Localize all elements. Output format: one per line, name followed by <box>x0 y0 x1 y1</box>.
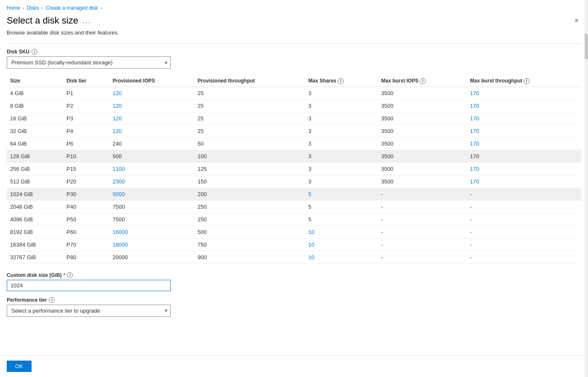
cell-tier: P20 <box>63 175 109 188</box>
cell-size: 16384 GiB <box>7 238 63 251</box>
cell-burst-iops: - <box>378 213 466 226</box>
table-row[interactable]: 16 GiB P3 120 25 3 3500 170 <box>7 112 581 125</box>
panel: Home › Disks › Create a managed disk › S… <box>0 0 588 377</box>
cell-tier: P6 <box>63 137 109 150</box>
custom-disk-size-input[interactable] <box>7 280 171 291</box>
table-row[interactable]: 1024 GiB P30 5000 200 5 - - <box>7 188 581 200</box>
table-row[interactable]: 8192 GiB P60 16000 500 10 - - <box>7 226 581 238</box>
cell-iops: 7500 <box>109 200 194 213</box>
cell-iops: 1100 <box>109 162 194 175</box>
table-row[interactable]: 512 GiB P20 2300 150 3 3500 170 <box>7 175 581 188</box>
table-row[interactable]: 2048 GiB P40 7500 250 5 - - <box>7 200 581 213</box>
cell-tier: P4 <box>63 125 109 137</box>
cell-throughput: 750 <box>194 238 305 251</box>
cell-tier: P2 <box>63 99 109 112</box>
cell-throughput: 25 <box>194 99 305 112</box>
description-text: Browse available disk sizes and their fe… <box>7 29 581 36</box>
cell-max-shares: 3 <box>305 99 378 112</box>
cell-throughput: 150 <box>194 175 305 188</box>
cell-max-shares: 5 <box>305 188 378 200</box>
table-header-row: Size Disk tier Provisioned IOPS Provisio… <box>7 75 581 87</box>
cell-burst-throughput: 170 <box>467 150 581 162</box>
cell-throughput: 500 <box>194 226 305 238</box>
table-row[interactable]: 64 GiB P6 240 50 3 3500 170 <box>7 137 581 150</box>
col-max-burst-throughput: Max burst throughput i <box>467 75 581 87</box>
cell-burst-iops: 3500 <box>378 112 466 125</box>
cell-burst-throughput: 170 <box>467 137 581 150</box>
cell-throughput: 125 <box>194 162 305 175</box>
custom-size-label: Custom disk size (GiB) * i <box>7 272 581 278</box>
table-row[interactable]: 16384 GiB P70 18000 750 10 - - <box>7 238 581 251</box>
breadcrumb-create-disk[interactable]: Create a managed disk <box>46 5 98 11</box>
performance-tier-label: Performance tier i <box>7 297 581 303</box>
cell-burst-iops: - <box>378 200 466 213</box>
table-row[interactable]: 4096 GiB P50 7500 250 5 - - <box>7 213 581 226</box>
performance-tier-info-icon[interactable]: i <box>49 297 55 303</box>
cell-throughput: 250 <box>194 213 305 226</box>
table-row[interactable]: 32767 GiB P80 20000 900 10 - - <box>7 251 581 263</box>
cell-max-shares: 3 <box>305 162 378 175</box>
cell-size: 128 GiB <box>7 150 63 162</box>
close-button[interactable]: × <box>572 15 581 26</box>
cell-size: 64 GiB <box>7 137 63 150</box>
breadcrumb-sep-2: › <box>42 5 43 11</box>
page-title: Select a disk size <box>7 15 78 26</box>
cell-iops: 120 <box>109 87 194 99</box>
cell-burst-throughput: 170 <box>467 112 581 125</box>
scrollbar-track[interactable] <box>585 0 588 377</box>
breadcrumb-disks[interactable]: Disks <box>27 5 39 11</box>
cell-iops: 5000 <box>109 188 194 200</box>
cell-iops: 500 <box>109 150 194 162</box>
scrollbar-thumb[interactable] <box>585 34 588 59</box>
performance-tier-select[interactable]: Select a performance tier to upgrade <box>7 305 171 317</box>
col-size: Size <box>7 75 63 87</box>
cell-burst-throughput: 170 <box>467 162 581 175</box>
table-row[interactable]: 4 GiB P1 120 25 3 3500 170 <box>7 87 581 99</box>
cell-tier: P3 <box>63 112 109 125</box>
cell-size: 1024 GiB <box>7 188 63 200</box>
cell-burst-iops: - <box>378 238 466 251</box>
disk-sku-select[interactable]: Premium SSD (locally-redundant storage) … <box>7 56 171 69</box>
cell-burst-iops: - <box>378 188 466 200</box>
cell-throughput: 250 <box>194 200 305 213</box>
max-burst-throughput-info-icon[interactable]: i <box>524 78 530 84</box>
ok-button[interactable]: OK <box>7 361 32 372</box>
cell-max-shares: 5 <box>305 213 378 226</box>
breadcrumb-sep-1: › <box>23 5 24 11</box>
cell-iops: 16000 <box>109 226 194 238</box>
table-row[interactable]: 8 GiB P2 120 25 3 3500 170 <box>7 99 581 112</box>
disk-sku-select-wrapper: Premium SSD (locally-redundant storage) … <box>7 56 171 69</box>
cell-throughput: 25 <box>194 125 305 137</box>
col-provisioned-throughput: Provisioned throughput <box>194 75 305 87</box>
max-shares-info-icon[interactable]: i <box>338 78 344 84</box>
cell-burst-throughput: - <box>467 226 581 238</box>
performance-tier-section: Performance tier i Select a performance … <box>7 297 581 324</box>
custom-disk-info-icon[interactable]: i <box>67 272 73 278</box>
col-max-burst-iops: Max burst IOPS i <box>378 75 466 87</box>
cell-burst-throughput: - <box>467 251 581 263</box>
table-row[interactable]: 32 GiB P4 120 25 3 3500 170 <box>7 125 581 137</box>
disk-sku-info-icon[interactable]: i <box>32 49 37 55</box>
cell-size: 4096 GiB <box>7 213 63 226</box>
table-row[interactable]: 128 GiB P10 500 100 3 3500 170 <box>7 150 581 162</box>
breadcrumb-home[interactable]: Home <box>7 5 20 11</box>
cell-burst-iops: 3500 <box>378 150 466 162</box>
max-burst-iops-info-icon[interactable]: i <box>420 78 426 84</box>
cell-tier: P60 <box>63 226 109 238</box>
cell-throughput: 25 <box>194 112 305 125</box>
breadcrumb: Home › Disks › Create a managed disk › <box>0 0 588 13</box>
disk-sku-label: Disk SKU i <box>7 49 581 55</box>
cell-burst-throughput: 170 <box>467 175 581 188</box>
cell-size: 256 GiB <box>7 162 63 175</box>
cell-iops: 2300 <box>109 175 194 188</box>
cell-size: 32 GiB <box>7 125 63 137</box>
table-row[interactable]: 256 GiB P15 1100 125 3 3500 170 <box>7 162 581 175</box>
ellipsis-menu[interactable]: ... <box>82 16 91 25</box>
cell-burst-throughput: - <box>467 213 581 226</box>
cell-tier: P30 <box>63 188 109 200</box>
col-max-shares: Max Shares i <box>305 75 378 87</box>
cell-max-shares: 10 <box>305 238 378 251</box>
cell-iops: 7500 <box>109 213 194 226</box>
cell-burst-throughput: - <box>467 200 581 213</box>
cell-burst-iops: 3500 <box>378 175 466 188</box>
